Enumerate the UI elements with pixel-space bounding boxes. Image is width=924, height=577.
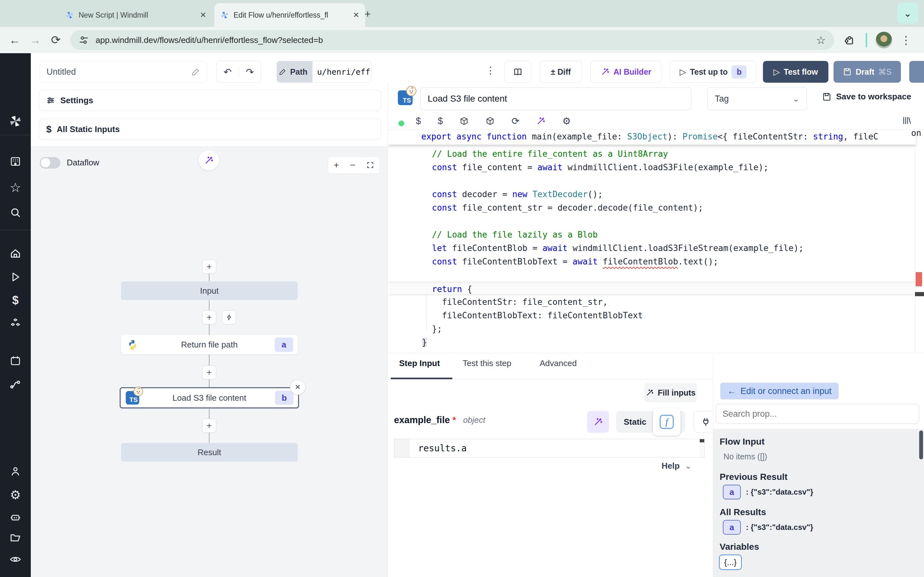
code-line[interactable]: // Load the file lazily as a Blob xyxy=(389,228,915,242)
code-line[interactable]: const decoder = new TextDecoder(); xyxy=(389,187,915,201)
code-line[interactable] xyxy=(389,174,915,187)
panel-scrollbar-thumb[interactable] xyxy=(919,430,923,459)
browser-tab-new-script[interactable]: New Script | Windmill ✕ xyxy=(59,3,212,27)
sidebar-item-runs[interactable] xyxy=(0,271,31,283)
tab-test-this-step[interactable]: Test this step xyxy=(463,358,511,368)
editor-settings-gear-icon[interactable]: ⚙ xyxy=(562,115,571,127)
editor-scrollbar-thumb[interactable] xyxy=(915,292,924,296)
sidebar-item-flows[interactable] xyxy=(0,378,31,390)
tab-close-icon[interactable]: ✕ xyxy=(353,11,359,19)
tab-search-button[interactable]: ⌄ xyxy=(897,3,918,24)
add-trigger-button[interactable] xyxy=(222,310,236,324)
fill-inputs-button[interactable]: Fill inputs xyxy=(644,383,697,402)
edit-or-connect-button[interactable]: ← Edit or connect an input xyxy=(720,383,838,400)
add-step-button[interactable]: + xyxy=(202,366,216,380)
flow-result-node[interactable]: Result xyxy=(121,443,298,462)
sidebar-item-audit-logs[interactable] xyxy=(0,553,31,566)
search-prop-input[interactable] xyxy=(716,404,919,424)
javascript-expr-mode-button[interactable]: f xyxy=(653,408,680,436)
step-name-input[interactable]: Load S3 file content xyxy=(420,87,691,110)
all-static-inputs-button[interactable]: $ All Static Inputs xyxy=(39,119,381,140)
test-up-to-button[interactable]: ▷ Test up to b xyxy=(670,61,756,83)
step-b-node-selected[interactable]: TS Load S3 file content b xyxy=(120,387,299,408)
code-line[interactable] xyxy=(389,214,915,228)
flow-graph-canvas[interactable]: Dataflow + − + + + + xyxy=(31,147,388,577)
fullscreen-icon[interactable] xyxy=(367,161,374,169)
sidebar-item-favorites[interactable]: ☆ xyxy=(0,180,31,195)
tab-step-input[interactable]: Step Input xyxy=(399,358,440,368)
sidebar-item-home[interactable] xyxy=(0,247,31,259)
draft-button[interactable]: Draft ⌘S xyxy=(834,61,901,83)
code-line[interactable]: // Load the entire file_content as a Uin… xyxy=(389,147,915,161)
url-text[interactable]: app.windmill.dev/flows/edit/u/henri/effo… xyxy=(95,35,810,45)
sidebar-item-folders[interactable] xyxy=(0,532,31,544)
code-line[interactable]: return { xyxy=(389,282,915,295)
all-results-row[interactable]: a : {"s3":"data.csv"} xyxy=(723,520,813,535)
add-step-button[interactable]: + xyxy=(202,419,216,433)
zoom-in-button[interactable]: + xyxy=(334,160,339,170)
edit-pencil-icon[interactable] xyxy=(191,67,200,77)
docs-button[interactable] xyxy=(504,61,531,83)
address-bar[interactable]: app.windmill.dev/flows/edit/u/henri/effo… xyxy=(70,30,834,50)
dataflow-toggle[interactable] xyxy=(40,157,60,169)
library-panel-icon[interactable] xyxy=(901,115,912,126)
variable-picker-icon[interactable]: $ xyxy=(416,116,421,126)
code-line[interactable]: fileContentStr: file_content_str, xyxy=(389,295,915,309)
code-line[interactable] xyxy=(389,268,915,282)
remove-step-button[interactable]: ✕ xyxy=(290,380,305,395)
arg-ai-wand-button[interactable] xyxy=(587,411,609,433)
tab-advanced[interactable]: Advanced xyxy=(540,358,577,368)
path-control[interactable]: Path u/henri/eff xyxy=(276,61,372,83)
sidebar-item-users[interactable] xyxy=(0,466,31,477)
undo-button[interactable]: ↶ xyxy=(216,66,239,77)
redo-button[interactable]: ↷ xyxy=(239,66,261,77)
path-value[interactable]: u/henri/eff xyxy=(312,67,372,77)
flow-input-node[interactable]: Input xyxy=(121,282,298,300)
sidebar-item-workspace[interactable] xyxy=(0,155,31,167)
tab-close-icon[interactable]: ✕ xyxy=(200,11,206,19)
path-label-segment[interactable]: Path xyxy=(276,61,312,82)
sidebar-item-workers[interactable] xyxy=(0,510,31,522)
browser-tab-edit-flow[interactable]: Edit Flow u/henri/effortless_fl ✕ xyxy=(214,3,365,27)
code-line[interactable]: } xyxy=(389,335,915,349)
ai-flow-wand-button[interactable] xyxy=(199,150,219,171)
static-javascript-switch[interactable]: Static f xyxy=(616,411,685,433)
back-icon[interactable]: ← xyxy=(5,33,25,47)
code-line[interactable]: const fileContentBlobText = await fileCo… xyxy=(389,255,915,268)
zoom-out-button[interactable]: − xyxy=(350,160,355,170)
code-line[interactable]: let fileContentBlob = await windmillClie… xyxy=(389,242,915,255)
code-line[interactable]: const file_content = await windmillClien… xyxy=(389,161,915,174)
step-a-node[interactable]: Return file path a xyxy=(121,335,298,355)
plug-icon[interactable] xyxy=(701,417,711,427)
ai-assist-wand-icon[interactable] xyxy=(536,116,545,126)
code-editor[interactable]: // Load the entire file_content as a Uin… xyxy=(388,129,924,353)
add-step-button[interactable]: + xyxy=(202,259,216,274)
resource-picker-icon[interactable]: $ xyxy=(438,116,443,126)
reload-icon[interactable]: ⟳ xyxy=(45,33,66,47)
sidebar-item-resources[interactable] xyxy=(0,318,31,330)
flow-settings-button[interactable]: Settings xyxy=(39,90,381,111)
previous-result-row[interactable]: a : {"s3":"data.csv"} xyxy=(723,485,813,500)
code-line[interactable]: const file_content_str = decoder.decode(… xyxy=(389,201,915,214)
variables-expand-badge[interactable]: {...} xyxy=(719,554,742,570)
tag-select[interactable]: Tag ⌄ xyxy=(708,87,807,110)
package-icon[interactable] xyxy=(485,116,495,126)
test-flow-button[interactable]: ▷ Test flow xyxy=(763,61,829,83)
sidebar-item-settings-icon[interactable]: ⚙ xyxy=(0,488,31,502)
ai-builder-button[interactable]: AI Builder xyxy=(590,61,662,83)
add-step-button[interactable]: + xyxy=(202,310,216,324)
reload-script-icon[interactable]: ⟳ xyxy=(511,115,519,127)
sidebar-item-variables[interactable]: $ xyxy=(0,293,31,307)
help-toggle[interactable]: Help ⌄ xyxy=(662,461,692,471)
deploy-button[interactable]: Deploy xyxy=(909,61,924,83)
forward-icon[interactable]: → xyxy=(25,33,45,47)
site-settings-icon[interactable] xyxy=(78,35,89,45)
bookmark-star-icon[interactable]: ☆ xyxy=(816,34,826,47)
extensions-icon[interactable] xyxy=(843,34,856,47)
arg-value-editor[interactable]: results.a xyxy=(394,439,704,458)
sidebar-item-schedules[interactable] xyxy=(0,355,31,367)
browser-avatar[interactable] xyxy=(876,32,892,48)
code-line[interactable]: }; xyxy=(389,322,915,335)
more-options-icon[interactable]: ⋮ xyxy=(486,65,495,76)
result-key-badge[interactable]: a xyxy=(723,485,741,500)
